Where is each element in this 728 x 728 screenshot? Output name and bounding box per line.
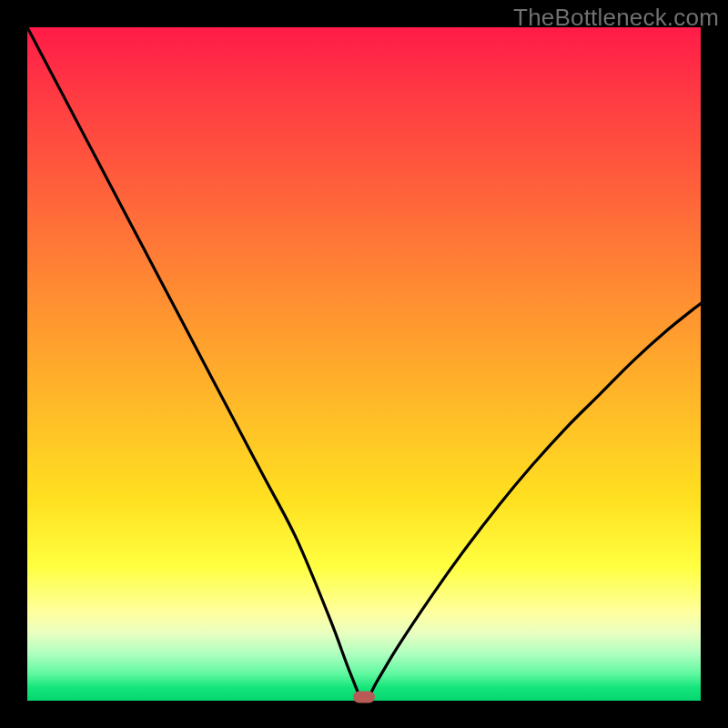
curve-svg — [27, 27, 701, 701]
chart-frame: TheBottleneck.com — [0, 0, 728, 728]
watermark-text: TheBottleneck.com — [513, 4, 719, 32]
minimum-marker — [353, 692, 375, 703]
plot-area — [27, 27, 701, 701]
bottleneck-curve — [27, 27, 701, 701]
